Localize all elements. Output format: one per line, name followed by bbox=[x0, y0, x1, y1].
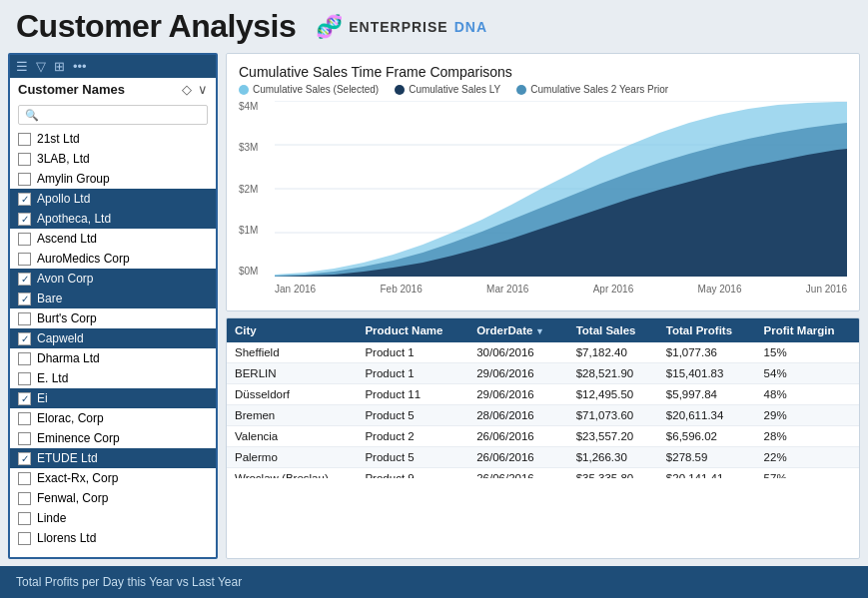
x-axis-label: Jun 2016 bbox=[806, 284, 847, 295]
clear-icon[interactable]: ◇ bbox=[182, 82, 192, 97]
customer-name-label: Ei bbox=[37, 391, 48, 405]
table-row: BremenProduct 528/06/2016$71,073.60$20,6… bbox=[227, 405, 859, 426]
sort-icon: ▼ bbox=[532, 326, 543, 336]
list-item[interactable]: ✓Ei bbox=[10, 388, 216, 408]
table-wrapper[interactable]: CityProduct NameOrderDate ▼Total SalesTo… bbox=[227, 318, 859, 478]
table-cell: 30/06/2016 bbox=[468, 342, 567, 363]
list-item[interactable]: Fenwal, Corp bbox=[10, 488, 216, 508]
list-item[interactable]: Eminence Corp bbox=[10, 428, 216, 448]
table-cell: $278.59 bbox=[658, 447, 756, 468]
search-input[interactable] bbox=[39, 108, 201, 122]
table-row: ValenciaProduct 226/06/2016$23,557.20$6,… bbox=[227, 426, 859, 447]
table-cell: 29% bbox=[756, 405, 859, 426]
list-item[interactable]: ✓Capweld bbox=[10, 328, 216, 348]
search-box[interactable]: 🔍 bbox=[18, 105, 208, 125]
list-item[interactable]: Llorens Ltd bbox=[10, 528, 216, 548]
list-item[interactable]: Linde bbox=[10, 508, 216, 528]
x-axis-label: Feb 2016 bbox=[380, 284, 422, 295]
checkbox-icon: ✓ bbox=[18, 332, 31, 345]
table-cell: 28% bbox=[756, 426, 859, 447]
list-item[interactable]: ✓Bare bbox=[10, 289, 216, 308]
x-axis-label: Jan 2016 bbox=[275, 284, 316, 295]
customer-name-label: Fenwal, Corp bbox=[37, 491, 108, 505]
list-item[interactable]: ✓ETUDE Ltd bbox=[10, 448, 216, 468]
list-item[interactable]: Exact-Rx, Corp bbox=[10, 468, 216, 488]
list-item[interactable]: Ascend Ltd bbox=[10, 229, 216, 249]
bottom-bar: Total Profits per Day this Year vs Last … bbox=[0, 566, 868, 598]
checkbox-icon: ✓ bbox=[18, 452, 31, 465]
main-layout: ☰ ▽ ⊞ ••• Customer Names ◇ ∨ 🔍 21st Ltd3… bbox=[0, 53, 868, 563]
table-cell: $1,077.36 bbox=[658, 342, 756, 363]
table-cell: $20,141.41 bbox=[658, 468, 756, 479]
table-cell: Düsseldorf bbox=[227, 384, 357, 405]
table-cell: 57% bbox=[756, 468, 859, 479]
more-icon[interactable]: ••• bbox=[73, 59, 87, 74]
table-header-total-sales[interactable]: Total Sales bbox=[568, 318, 658, 342]
customer-name-label: ETUDE Ltd bbox=[37, 451, 98, 465]
table-cell: 22% bbox=[756, 447, 859, 468]
checkbox-icon bbox=[18, 372, 31, 385]
table-cell: 15% bbox=[756, 342, 859, 363]
list-item[interactable]: AuroMedics Corp bbox=[10, 249, 216, 269]
customer-name-label: Ascend Ltd bbox=[37, 232, 97, 246]
list-item[interactable]: Burt's Corp bbox=[10, 308, 216, 328]
customer-name-label: 21st Ltd bbox=[37, 132, 80, 146]
customer-names-panel: ☰ ▽ ⊞ ••• Customer Names ◇ ∨ 🔍 21st Ltd3… bbox=[8, 53, 218, 559]
y-axis-label: $1M bbox=[239, 225, 275, 236]
table-cell: Product 5 bbox=[357, 405, 468, 426]
list-item[interactable]: Elorac, Corp bbox=[10, 408, 216, 428]
table-cell: 54% bbox=[756, 363, 859, 384]
chart-svg bbox=[275, 101, 847, 277]
list-item[interactable]: ✓Avon Corp bbox=[10, 269, 216, 289]
checkbox-icon bbox=[18, 253, 31, 266]
y-axis-labels: $0M$1M$2M$3M$4M bbox=[239, 101, 275, 277]
checkbox-icon: ✓ bbox=[18, 273, 31, 286]
customer-name-label: Burt's Corp bbox=[37, 311, 97, 325]
list-item[interactable]: E. Ltd bbox=[10, 368, 216, 388]
list-item[interactable]: ✓Apollo Ltd bbox=[10, 189, 216, 209]
checkbox-icon bbox=[18, 173, 31, 186]
table-header-orderdate[interactable]: OrderDate ▼ bbox=[468, 318, 567, 342]
y-axis-label: $2M bbox=[239, 184, 275, 195]
logo-area: 🧬 ENTERPRISE DNA bbox=[316, 14, 487, 40]
table-header-city[interactable]: City bbox=[227, 318, 357, 342]
table-section: CityProduct NameOrderDate ▼Total SalesTo… bbox=[226, 317, 860, 559]
checkbox-icon bbox=[18, 133, 31, 146]
table-cell: BERLIN bbox=[227, 363, 357, 384]
customer-name-label: Eminence Corp bbox=[37, 431, 120, 445]
customer-name-label: Apollo Ltd bbox=[37, 192, 90, 206]
list-item[interactable]: Dharma Ltd bbox=[10, 348, 216, 368]
x-axis-label: May 2016 bbox=[698, 284, 742, 295]
panel-header: Customer Names ◇ ∨ bbox=[10, 78, 216, 101]
table-cell: Product 9 bbox=[357, 468, 468, 479]
logo-enterprise-text: ENTERPRISE bbox=[349, 19, 447, 35]
search-icon: 🔍 bbox=[25, 109, 39, 122]
table-cell: $7,182.40 bbox=[568, 342, 658, 363]
bottom-bar-label: Total Profits per Day this Year vs Last … bbox=[16, 575, 242, 589]
checkbox-icon bbox=[18, 352, 31, 365]
list-item[interactable]: ✓Apotheca, Ltd bbox=[10, 209, 216, 229]
table-row: DüsseldorfProduct 1129/06/2016$12,495.50… bbox=[227, 384, 859, 405]
legend-label: Cumulative Sales LY bbox=[409, 84, 500, 95]
table-header-profit-margin[interactable]: Profit Margin bbox=[756, 318, 859, 342]
list-item[interactable]: 21st Ltd bbox=[10, 129, 216, 149]
panel-title: Customer Names bbox=[18, 82, 125, 97]
table-row: PalermoProduct 526/06/2016$1,266.30$278.… bbox=[227, 447, 859, 468]
table-cell: 29/06/2016 bbox=[468, 363, 567, 384]
customer-name-label: Avon Corp bbox=[37, 272, 93, 286]
table-header-total-profits[interactable]: Total Profits bbox=[658, 318, 756, 342]
filter-icon[interactable]: ▽ bbox=[36, 59, 46, 74]
checkbox-icon bbox=[18, 153, 31, 166]
checkbox-icon bbox=[18, 412, 31, 425]
list-item[interactable]: Amylin Group bbox=[10, 169, 216, 189]
legend-dot bbox=[239, 85, 249, 95]
table-cell: Wroclaw (Breslau) bbox=[227, 468, 357, 479]
list-item[interactable]: 3LAB, Ltd bbox=[10, 149, 216, 169]
legend-item: Cumulative Sales LY bbox=[395, 84, 500, 95]
hamburger-icon[interactable]: ☰ bbox=[16, 59, 28, 74]
expand-icon[interactable]: ∨ bbox=[198, 82, 208, 97]
table-header-product-name[interactable]: Product Name bbox=[357, 318, 468, 342]
page-title: Customer Analysis bbox=[16, 8, 296, 45]
table-cell: 28/06/2016 bbox=[468, 405, 567, 426]
table-icon[interactable]: ⊞ bbox=[54, 59, 65, 74]
